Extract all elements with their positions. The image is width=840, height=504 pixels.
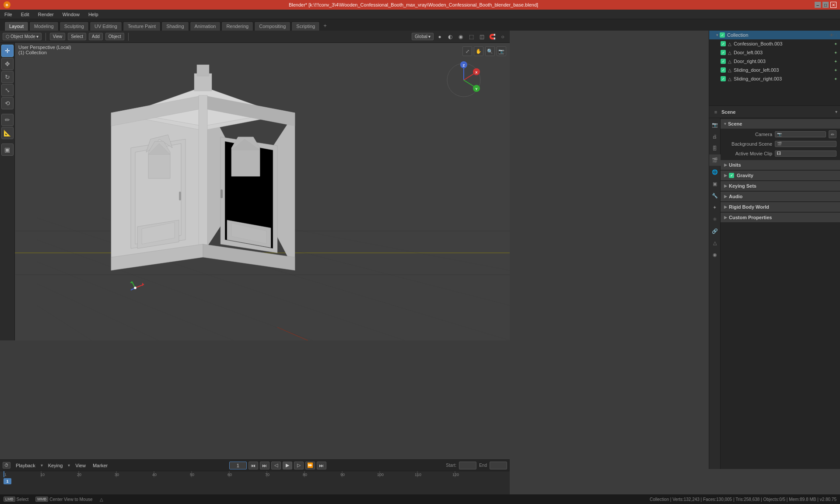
viewport-shading-rendered[interactable]: ◉ [456, 32, 465, 41]
tool-move[interactable]: ✥ [1, 58, 14, 70]
view-menu[interactable]: View [50, 33, 66, 40]
transport-prev-keyframe[interactable]: ⏭ [260, 462, 270, 469]
transport-jump-start[interactable]: ⏮ [248, 462, 258, 469]
tool-scale[interactable]: ⤡ [1, 84, 14, 96]
props-display-toggle[interactable]: ≡ [712, 108, 720, 116]
transport-next-frame[interactable]: ▷ [294, 462, 304, 469]
props-icon-scene[interactable]: 🎬 [709, 154, 721, 166]
close-button[interactable]: ✕ [830, 2, 836, 8]
camera-value[interactable]: 📷 [775, 131, 826, 137]
tool-add[interactable]: ▣ [1, 144, 14, 156]
timeline-editor-type[interactable]: ⏱ [3, 462, 10, 469]
outliner-item-sliding-door-right[interactable]: ✓ △ Sliding_door_right.003 ✦ [709, 74, 840, 83]
outliner-item-door-right[interactable]: ✓ △ Door_right.003 ✦ [709, 57, 840, 66]
timeline-ruler[interactable]: 1 10 20 30 40 50 60 70 80 90 100 110 120 [0, 471, 510, 477]
timeline-keying-dropdown[interactable]: ▾ [68, 463, 70, 468]
scene-section[interactable]: ▾ Scene [721, 119, 840, 129]
timeline-track-area[interactable]: 1 [0, 477, 510, 488]
viewport-controls-pan[interactable]: ⤢ [462, 46, 472, 56]
custom-properties-section[interactable]: ▶ Custom Properties [721, 213, 840, 222]
props-icon-modifier[interactable]: 🔧 [709, 190, 721, 201]
props-icon-view-layer[interactable]: 🗄 [709, 143, 721, 154]
viewport-shading-solid[interactable]: ● [435, 32, 444, 41]
tab-modeling[interactable]: Modeling [29, 21, 59, 31]
transport-play-pause[interactable]: ▶ [283, 462, 292, 469]
props-icon-data[interactable]: △ [709, 237, 721, 248]
props-icon-constraints[interactable]: 🔗 [709, 225, 721, 237]
object-menu[interactable]: Object [105, 33, 124, 40]
menu-item-file[interactable]: File [3, 11, 14, 18]
item-vis-2: ✦ [834, 50, 837, 55]
maximize-button[interactable]: □ [822, 2, 829, 8]
gravity-section[interactable]: ▶ ✓ Gravity [721, 171, 840, 180]
viewport-3d[interactable]: User Perspective (Local) (1) Collection … [15, 43, 510, 340]
tab-compositing[interactable]: Compositing [254, 21, 290, 31]
tab-rendering[interactable]: Rendering [221, 21, 253, 31]
background-scene-value[interactable]: 🎬 [775, 141, 836, 147]
menu-item-edit[interactable]: Edit [19, 11, 31, 18]
props-icon-material[interactable]: ◉ [709, 249, 721, 260]
props-icon-physics[interactable]: ⚛ [709, 214, 721, 225]
menu-item-help[interactable]: Help [87, 11, 100, 18]
transport-next-keyframe[interactable]: ⏩ [305, 462, 315, 469]
mode-select[interactable]: ⬡ Object Mode ▾ [3, 33, 42, 40]
viewport-controls-orbit[interactable]: ✋ [474, 46, 483, 56]
timeline-playback-dropdown[interactable]: ▾ [41, 463, 43, 468]
collection-label: Collection [727, 32, 748, 38]
outliner-item-confession-booth[interactable]: ✓ △ Confession_Booth.003 ✦ [709, 39, 840, 48]
tool-annotate[interactable]: ✏ [1, 114, 14, 126]
tool-measure[interactable]: 📐 [1, 127, 14, 139]
global-local-toggle[interactable]: Global ▾ [412, 33, 434, 40]
tab-texture-paint[interactable]: Texture Paint [123, 21, 161, 31]
timeline-playback-menu[interactable]: Playback [14, 462, 37, 469]
menu-item-window[interactable]: Window [61, 11, 81, 18]
axis-gizmo[interactable]: Z X Y [444, 60, 483, 100]
add-workspace-button[interactable]: + [321, 21, 329, 31]
timeline-view-menu[interactable]: View [74, 462, 88, 469]
tool-rotate[interactable]: ↻ [1, 71, 14, 83]
viewport-controls-camera[interactable]: 📷 [497, 46, 506, 56]
tool-cursor[interactable]: ✛ [1, 45, 14, 57]
audio-section[interactable]: ▶ Audio [721, 192, 840, 201]
active-movie-clip-value[interactable]: 🎞 [775, 150, 836, 157]
frame-start-input[interactable]: 1 [459, 462, 476, 469]
viewport-controls-zoom[interactable]: 🔍 [485, 46, 495, 56]
props-icon-particles[interactable]: ✦ [709, 202, 721, 213]
tab-sculpting[interactable]: Sculpting [60, 21, 89, 31]
transport-jump-end[interactable]: ⏭ [317, 462, 326, 469]
tab-animation[interactable]: Animation [190, 21, 221, 31]
minimize-button[interactable]: – [815, 2, 821, 8]
timeline-marker-menu[interactable]: Marker [91, 462, 109, 469]
props-icon-output[interactable]: 🖨 [709, 131, 721, 142]
add-menu[interactable]: Add [89, 33, 103, 40]
xray-toggle[interactable]: ◫ [477, 32, 486, 41]
props-icon-object[interactable]: ▣ [709, 178, 721, 189]
timeline-keying-menu[interactable]: Keying [46, 462, 65, 469]
tab-scripting[interactable]: Scripting [291, 21, 320, 31]
keying-sets-section[interactable]: ▶ Keying Sets [721, 181, 840, 191]
current-frame-input[interactable]: 1 [229, 462, 247, 469]
props-icon-render[interactable]: 📷 [709, 119, 721, 130]
proportional-edit[interactable]: ○ [498, 32, 507, 41]
menu-item-render[interactable]: Render [36, 11, 56, 18]
units-section[interactable]: ▶ Units [721, 160, 840, 170]
outliner-item-sliding-door-left[interactable]: ✓ △ Sliding_door_left.003 ✦ [709, 66, 840, 74]
camera-edit-btn[interactable]: ✏ [829, 130, 836, 138]
select-menu[interactable]: Select [68, 33, 86, 40]
overlays-toggle[interactable]: ⬚ [467, 32, 476, 41]
transport-prev-frame[interactable]: ◁ [271, 462, 281, 469]
props-icon-world[interactable]: 🌐 [709, 166, 721, 178]
frame-end-input[interactable]: 250 [490, 462, 507, 469]
tab-uv-editing[interactable]: UV Editing [90, 21, 122, 31]
tool-transform[interactable]: ⟲ [1, 97, 14, 109]
properties-body: 📷 🖨 🗄 🎬 🌐 ▣ 🔧 ✦ ⚛ 🔗 △ ◉ ▾ Scene Camera [709, 118, 840, 469]
viewport-shading-material[interactable]: ◐ [446, 32, 455, 41]
properties-filter[interactable]: ▾ [835, 109, 837, 114]
tab-layout[interactable]: Layout [4, 21, 28, 31]
snap-toggle[interactable]: 🧲 [488, 32, 497, 41]
outliner-item-door-left[interactable]: ✓ △ Door_left.003 ✦ [709, 48, 840, 57]
rigid-body-world-section[interactable]: ▶ Rigid Body World [721, 202, 840, 212]
outliner-item-collection[interactable]: ▾ ✓ Collection 👁 ↓ [709, 31, 840, 39]
tab-shading[interactable]: Shading [161, 21, 189, 31]
gravity-checkbox[interactable]: ✓ [729, 173, 734, 178]
